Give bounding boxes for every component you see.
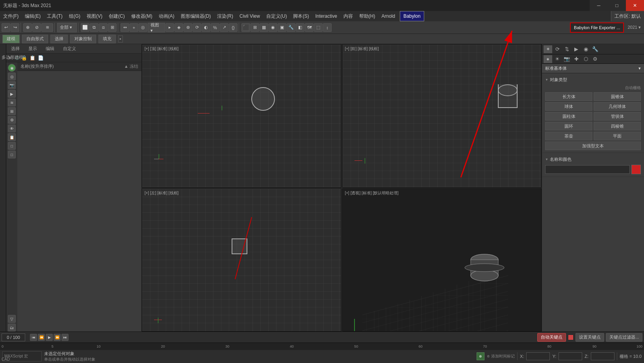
tab-object-control[interactable]: 对象控制 (70, 35, 96, 43)
rotate-button[interactable]: ◎ (139, 23, 147, 32)
key-filter-button[interactable]: 关键点过滤器... (606, 333, 642, 342)
name-input[interactable] (545, 165, 630, 174)
name-color-header[interactable]: 名称和颜色 (545, 155, 641, 163)
rp-tab-display[interactable]: ◉ (581, 45, 590, 53)
light-button[interactable]: ◉ (269, 23, 277, 32)
x-input[interactable] (526, 352, 550, 360)
menu-edit[interactable]: 编辑(E) (22, 11, 44, 21)
menu-modify[interactable]: 修改器(M) (128, 11, 156, 21)
extra2-button[interactable]: ↕ (323, 23, 332, 32)
menu-arnold[interactable]: Arnold (379, 11, 399, 21)
move-button[interactable]: ↭ (121, 23, 129, 32)
menu-view[interactable]: 视图(V) (84, 11, 106, 21)
object-type-header[interactable]: 对象类型 (545, 76, 641, 84)
menu-content[interactable]: 内容 (340, 11, 356, 21)
rp-tab-motion[interactable]: ▶ (572, 45, 581, 53)
left-tab-edit[interactable]: 编辑 (43, 45, 58, 52)
menu-group[interactable]: 组(G) (66, 11, 84, 21)
tab-selection[interactable]: 选择 (50, 35, 68, 43)
menu-help[interactable]: 帮助(H) (356, 11, 379, 21)
menu-babylon[interactable]: Babylon (400, 11, 424, 21)
unlink-button[interactable]: ⊘ (32, 23, 41, 32)
y-input[interactable] (559, 352, 582, 360)
brace-button[interactable]: {} (229, 23, 238, 32)
mat-editor-button[interactable]: ◧ (296, 23, 304, 32)
lp-icon-11[interactable]: □ (8, 151, 16, 158)
scale-button[interactable]: ▸ (165, 23, 174, 32)
babylon-exporter-button[interactable]: Babylon File Exporter ... (570, 22, 624, 33)
align-button[interactable]: ◐ (202, 23, 210, 32)
rp-helper-icon[interactable]: ✚ (572, 55, 581, 63)
btn-cylinder[interactable]: 圆柱体 (545, 112, 592, 121)
filter-dropdown[interactable]: 全部 ▾ (57, 23, 77, 32)
left-tab-display[interactable]: 显示 (25, 45, 40, 52)
auto-key-button[interactable]: 自动关键点 (537, 333, 566, 342)
menu-graph-editor[interactable]: 图形编辑器(D) (178, 11, 214, 21)
add-button[interactable]: + (130, 23, 138, 32)
redo-button[interactable]: ↪ (11, 23, 19, 32)
set-key-button[interactable]: 设置关键点 (575, 333, 604, 342)
undo-button[interactable]: ↩ (2, 23, 10, 32)
dropdown-arrow-icon[interactable]: ▾ (638, 66, 641, 71)
btn-torus[interactable]: 圆环 (545, 122, 592, 130)
menu-tools[interactable]: 工具(T) (44, 11, 65, 21)
rp-tab-utilities[interactable]: 🔧 (591, 45, 599, 53)
tab-modeling[interactable]: 建模 (2, 35, 20, 43)
menu-file[interactable]: 文件(F) (0, 11, 22, 21)
rp-tab-modify[interactable]: ⟳ (553, 45, 562, 53)
btn-sphere[interactable]: 球体 (545, 102, 592, 111)
lp-folder-icon[interactable]: 🗂 (8, 324, 16, 331)
rp-tab-hierarchy[interactable]: ⇅ (562, 45, 571, 53)
rp-light-icon[interactable]: ☀ (553, 55, 562, 63)
btn-tube[interactable]: 管状体 (594, 112, 641, 121)
color-swatch[interactable] (631, 165, 641, 174)
frame-input[interactable]: 0 / 100 (2, 333, 25, 341)
menu-civil-view[interactable]: Civil View (236, 11, 263, 21)
rp-systems-icon[interactable]: ⚙ (591, 55, 599, 63)
go-start-button[interactable]: ⏮ (30, 334, 37, 341)
curve-button[interactable]: ↗ (220, 23, 228, 32)
lp-icon-7[interactable]: ⚙ (8, 116, 16, 124)
menu-create[interactable]: 创建(C) (106, 11, 128, 21)
btn-box[interactable]: 长方体 (545, 92, 592, 101)
prop-button[interactable]: ▦ (260, 23, 268, 32)
select-button[interactable]: ⬜ (81, 23, 89, 32)
rp-tab-create[interactable]: ✦ (544, 45, 552, 53)
menu-animate[interactable]: 动画(A) (156, 11, 178, 21)
view-dropdown[interactable]: 视图 ▾ (148, 23, 165, 32)
percent-button[interactable]: % (211, 23, 219, 32)
layers-button[interactable]: ⬛ (241, 23, 250, 32)
extra1-button[interactable]: ⬚ (314, 23, 323, 32)
render-setup-button[interactable]: 🔧 (287, 23, 295, 32)
menu-customize[interactable]: 自定义(U) (263, 11, 290, 21)
rp-space-icon[interactable]: ⬡ (581, 55, 590, 63)
lp-icon-8[interactable]: 👁 (8, 125, 16, 132)
paste-icon[interactable]: 📄 (38, 55, 44, 61)
fill-extra-button[interactable]: ▸ (118, 35, 123, 43)
menu-interactive[interactable]: Interactive (312, 11, 340, 21)
lp-filter-icon[interactable]: ▽ (8, 315, 16, 323)
camera-button[interactable]: ▣ (278, 23, 286, 32)
copy-icon[interactable]: 📋 (30, 55, 35, 61)
lp-icon-10[interactable]: □ (8, 142, 16, 150)
viewport-perspective[interactable]: [+] [透视] [标准] [默认明暗处理] (342, 188, 542, 332)
viewport-left[interactable]: [+] [左] [标准] [线框] (142, 188, 341, 332)
map-button[interactable]: 🗺 (305, 23, 314, 32)
menu-script[interactable]: 脚本(S) (290, 11, 312, 21)
select-window-button[interactable]: ⧈ (99, 23, 108, 32)
add-time-tag-button[interactable]: ⊕ (477, 352, 484, 360)
menu-workspace[interactable]: 工作区: 默认 (611, 11, 644, 21)
close-button[interactable]: ✕ (626, 0, 644, 11)
rp-camera-icon[interactable]: 📷 (562, 55, 571, 63)
viewport-top[interactable]: [+] [顶] [标准] [线框] (142, 44, 341, 188)
next-frame-button[interactable]: ⏩ (54, 334, 61, 341)
timeline[interactable]: 0 5 10 20 30 40 50 60 70 80 90 100 (0, 343, 644, 350)
select-region-button[interactable]: ⧉ (90, 23, 98, 32)
prev-frame-button[interactable]: ⏪ (38, 334, 45, 341)
left-tab-select[interactable]: 选择 (8, 45, 23, 52)
maximize-button[interactable]: □ (608, 0, 626, 11)
menu-render[interactable]: 渲染(R) (214, 11, 236, 21)
btn-plane[interactable]: 平面 (594, 132, 641, 140)
play-button[interactable]: ▶ (46, 334, 53, 341)
ribbon-button[interactable]: ⊞ (251, 23, 259, 32)
